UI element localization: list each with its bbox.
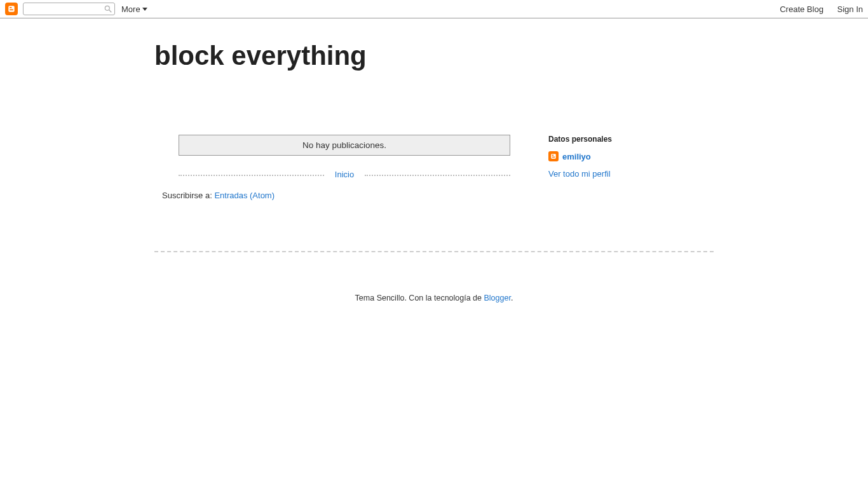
sign-in-link[interactable]: Sign In [837, 4, 863, 14]
feed-link[interactable]: Entradas (Atom) [214, 191, 275, 200]
footer-suffix: . [511, 294, 513, 302]
create-blog-link[interactable]: Create Blog [780, 4, 824, 14]
blogger-logo-icon[interactable] [5, 3, 18, 15]
svg-rect-7 [552, 156, 555, 158]
blogger-navbar: More Create Blog Sign In [0, 0, 868, 18]
no-posts-message: No hay publicaciones. [179, 135, 510, 156]
svg-rect-2 [10, 10, 13, 11]
view-full-profile-link[interactable]: Ver todo mi perfil [548, 169, 611, 179]
svg-rect-5 [551, 154, 556, 159]
more-dropdown[interactable]: More [121, 4, 147, 14]
svg-rect-1 [10, 7, 12, 8]
chevron-down-icon [142, 8, 147, 11]
svg-rect-6 [552, 155, 554, 156]
more-label: More [121, 4, 140, 14]
sidebar: Datos personales emiliyo Ver todo mi per… [548, 135, 714, 200]
search-icon[interactable] [104, 4, 112, 13]
svg-line-4 [109, 10, 112, 13]
blogger-profile-icon [548, 151, 559, 161]
navbar-right: Create Blog Sign In [768, 4, 863, 14]
footer-theme-text: Tema Sencillo. Con la tecnología de [355, 294, 484, 302]
blog-title[interactable]: block everything [154, 41, 714, 71]
search-input[interactable] [23, 3, 115, 15]
main-column: No hay publicaciones. Inicio Suscribirse… [179, 135, 510, 200]
footer-divider [154, 251, 714, 252]
svg-point-3 [105, 6, 109, 10]
subscribe-line: Suscribirse a: Entradas (Atom) [162, 191, 510, 200]
blog-pager: Inicio [179, 170, 510, 179]
footer-attribution: Tema Sencillo. Con la tecnología de Blog… [154, 294, 714, 302]
profile-widget-title: Datos personales [548, 135, 714, 144]
blogger-platform-link[interactable]: Blogger [484, 294, 511, 302]
profile-row: emiliyo [548, 151, 714, 161]
svg-rect-0 [8, 6, 14, 11]
search-field-wrap [23, 3, 115, 15]
subscribe-prefix: Suscribirse a: [162, 191, 214, 200]
home-link[interactable]: Inicio [331, 170, 358, 179]
profile-name-link[interactable]: emiliyo [562, 152, 591, 161]
